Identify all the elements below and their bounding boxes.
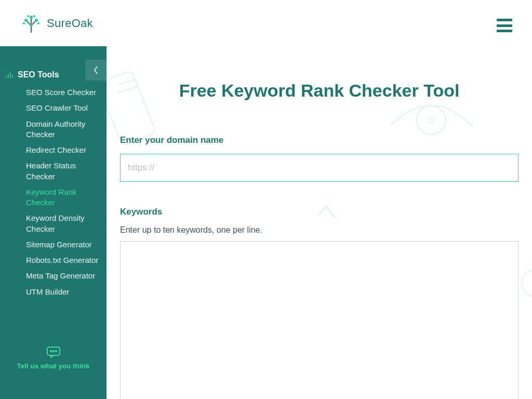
logo-mark-icon	[21, 13, 42, 34]
domain-label: Enter your domain name	[120, 135, 518, 145]
main-content: Free Keyword Rank Checker Tool Enter you…	[107, 46, 532, 399]
page-title: Free Keyword Rank Checker Tool	[120, 81, 518, 101]
svg-point-7	[30, 24, 33, 26]
bar-chart-icon	[5, 71, 14, 79]
top-header: SureOak	[0, 0, 532, 46]
sidebar-item-meta-tag-generator[interactable]: Meta Tag Generator	[26, 268, 107, 284]
sidebar-collapse-button[interactable]	[86, 60, 107, 81]
svg-point-6	[33, 15, 35, 17]
brand-name: SureOak	[47, 17, 93, 30]
chat-bubble-icon	[47, 347, 60, 358]
svg-point-15	[417, 105, 446, 135]
svg-point-11	[55, 351, 56, 352]
svg-point-2	[30, 16, 33, 19]
keywords-label: Keywords	[120, 207, 518, 217]
svg-point-9	[50, 351, 51, 352]
sidebar-item-keyword-density-checker[interactable]: Keyword Density Checker	[26, 210, 107, 237]
domain-field-group: Enter your domain name	[120, 135, 518, 182]
keywords-textarea[interactable]	[120, 241, 518, 399]
feedback-label: Tell us what you think	[17, 362, 89, 370]
feedback-button[interactable]: Tell us what you think	[0, 347, 107, 370]
sidebar: SEO Tools SEO Score CheckerSEO Crawler T…	[0, 46, 107, 399]
svg-point-4	[37, 22, 39, 24]
domain-input[interactable]	[120, 154, 518, 182]
sidebar-item-robots-txt-generator[interactable]: Robots.txt Generator	[26, 252, 107, 268]
brand-logo[interactable]: SureOak	[21, 13, 93, 34]
sidebar-item-domain-authority-checker[interactable]: Domain Authority Checker	[26, 116, 107, 143]
keywords-help-text: Enter up to ten keywords, one per line.	[120, 225, 518, 235]
svg-point-16	[428, 117, 434, 123]
sidebar-item-sitemap-generator[interactable]: Sitemap Generator	[26, 237, 107, 252]
sidebar-item-redirect-checker[interactable]: Redirect Checker	[26, 142, 107, 158]
svg-point-5	[27, 15, 29, 17]
sidebar-item-utm-builder[interactable]: UTM Builder	[26, 284, 107, 300]
svg-point-1	[35, 19, 38, 22]
sidebar-item-seo-crawler-tool[interactable]: SEO Crawler Tool	[26, 100, 107, 116]
menu-hamburger-icon[interactable]	[497, 19, 512, 32]
sidebar-item-seo-score-checker[interactable]: SEO Score Checker	[26, 85, 107, 100]
sidebar-item-header-status-checker[interactable]: Header Status Checker	[26, 158, 107, 184]
svg-point-0	[24, 19, 28, 22]
decorative-circle-icon	[521, 269, 532, 298]
svg-point-10	[52, 351, 54, 352]
sidebar-nav-list: SEO Score CheckerSEO Crawler ToolDomain …	[0, 85, 107, 300]
keywords-field-group: Keywords Enter up to ten keywords, one p…	[120, 207, 518, 399]
svg-point-3	[23, 22, 25, 24]
sidebar-item-keyword-rank-checker[interactable]: Keyword Rank Checker	[26, 184, 107, 211]
